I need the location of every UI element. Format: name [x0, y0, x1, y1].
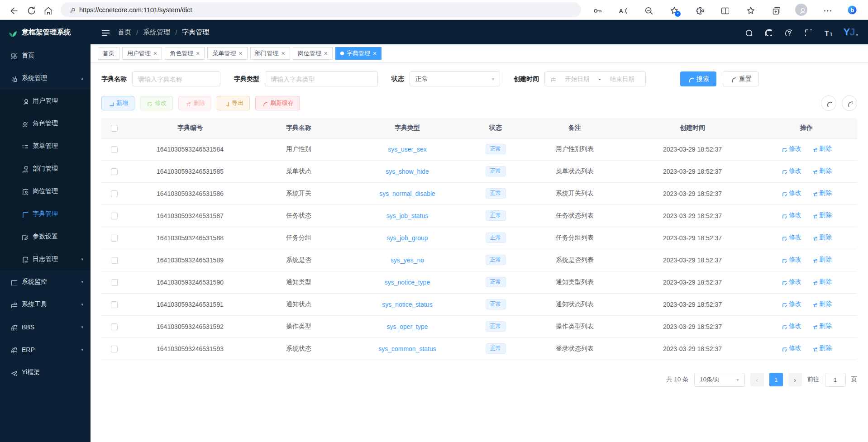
- tab-user-mgmt[interactable]: 用户管理 ×: [122, 47, 162, 60]
- row-checkbox[interactable]: [111, 190, 118, 197]
- sidebar-item-dict-mgmt[interactable]: 字典管理: [0, 203, 91, 225]
- row-delete-link[interactable]: 删除: [811, 189, 832, 197]
- row-edit-link[interactable]: 修改: [781, 278, 801, 286]
- split-screen-button[interactable]: [717, 2, 732, 18]
- add-favorite-button[interactable]: +: [666, 2, 681, 18]
- favorites-bar-button[interactable]: [742, 2, 758, 18]
- export-button[interactable]: 导出: [217, 96, 250, 110]
- row-edit-link[interactable]: 修改: [781, 300, 801, 308]
- tab-role-mgmt[interactable]: 角色管理 ×: [165, 47, 205, 60]
- edit-button[interactable]: 修改: [140, 96, 173, 110]
- breadcrumb-system-mgmt[interactable]: 系统管理: [143, 28, 170, 37]
- dict-type-link[interactable]: sys_notice_status: [382, 301, 432, 308]
- row-checkbox[interactable]: [111, 168, 118, 175]
- profile-button[interactable]: [793, 2, 809, 18]
- sidebar-item-user-mgmt[interactable]: 用户管理: [0, 90, 91, 112]
- sidebar-item-bbs[interactable]: BBS ▾: [0, 316, 91, 338]
- browser-home-button[interactable]: [39, 2, 56, 18]
- row-edit-link[interactable]: 修改: [781, 256, 801, 264]
- reset-button[interactable]: 重置: [723, 71, 759, 86]
- row-edit-link[interactable]: 修改: [781, 189, 801, 197]
- sidebar-item-dept-mgmt[interactable]: 部门管理: [0, 157, 91, 180]
- extensions-button[interactable]: [692, 2, 707, 18]
- tab-home[interactable]: 首页: [98, 47, 119, 60]
- browser-back-button[interactable]: [5, 2, 22, 18]
- sidebar-item-role-mgmt[interactable]: 角色管理: [0, 112, 91, 135]
- sidebar-toggle-button[interactable]: [100, 28, 110, 37]
- row-checkbox[interactable]: [111, 346, 118, 352]
- sidebar-item-system-mgmt[interactable]: 系统管理 ▴: [0, 67, 91, 90]
- user-menu[interactable]: YJ ▾: [844, 27, 858, 37]
- tab-close-icon[interactable]: ×: [281, 50, 285, 57]
- refresh-table-button[interactable]: [842, 95, 857, 111]
- delete-button[interactable]: 删除: [178, 96, 211, 110]
- row-delete-link[interactable]: 删除: [811, 145, 832, 153]
- dict-type-link[interactable]: sys_job_status: [386, 212, 429, 219]
- sidebar-item-yi-framework[interactable]: Yi框架: [0, 361, 91, 384]
- prev-page-button[interactable]: ‹: [750, 373, 764, 386]
- tab-dept-mgmt[interactable]: 部门管理 ×: [250, 47, 290, 60]
- tab-post-mgmt[interactable]: 岗位管理 ×: [293, 47, 333, 60]
- status-select[interactable]: 正常 ▾: [410, 71, 500, 86]
- breadcrumb-home[interactable]: 首页: [118, 28, 131, 37]
- github-button[interactable]: [764, 28, 772, 36]
- row-edit-link[interactable]: 修改: [781, 233, 801, 242]
- row-edit-link[interactable]: 修改: [781, 145, 801, 153]
- dict-type-link[interactable]: sys_user_sex: [388, 146, 427, 153]
- row-checkbox[interactable]: [111, 146, 118, 153]
- read-aloud-button[interactable]: [615, 2, 630, 18]
- row-delete-link[interactable]: 删除: [811, 167, 832, 175]
- row-delete-link[interactable]: 删除: [811, 211, 832, 219]
- tab-close-icon[interactable]: ×: [196, 50, 200, 57]
- sidebar-item-system-tools[interactable]: 系统工具 ▾: [0, 293, 91, 316]
- dict-type-input[interactable]: [265, 71, 378, 86]
- select-all-checkbox[interactable]: [111, 125, 118, 132]
- sidebar-item-erp[interactable]: ERP ▾: [0, 338, 91, 361]
- tab-close-icon[interactable]: ×: [324, 50, 328, 57]
- dict-type-link[interactable]: sys_show_hide: [386, 168, 429, 175]
- add-button[interactable]: 新增: [101, 96, 134, 110]
- page-size-select[interactable]: 10条/页 ▾: [694, 373, 745, 387]
- header-search-button[interactable]: [744, 28, 752, 36]
- dict-type-link[interactable]: sys_job_group: [386, 234, 428, 242]
- sidebar-item-config[interactable]: 参数设置: [0, 225, 91, 248]
- sidebar-item-menu-mgmt[interactable]: 菜单管理: [0, 135, 91, 157]
- toggle-search-button[interactable]: [821, 95, 836, 111]
- row-delete-link[interactable]: 删除: [811, 344, 832, 352]
- collections-button[interactable]: [768, 2, 783, 18]
- row-delete-link[interactable]: 删除: [811, 278, 832, 286]
- dict-type-link[interactable]: sys_yes_no: [391, 257, 424, 264]
- search-button[interactable]: 搜索: [680, 71, 716, 86]
- tab-close-icon[interactable]: ×: [153, 50, 157, 57]
- tab-close-icon[interactable]: ×: [238, 50, 242, 57]
- font-size-button[interactable]: [824, 28, 832, 36]
- bing-copilot-button[interactable]: [844, 2, 860, 18]
- row-edit-link[interactable]: 修改: [781, 167, 801, 175]
- row-checkbox[interactable]: [111, 279, 118, 286]
- date-range-picker[interactable]: 开始日期 - 结束日期: [544, 71, 646, 86]
- sidebar-item-post-mgmt[interactable]: 岗位管理: [0, 180, 91, 203]
- browser-refresh-button[interactable]: [22, 2, 39, 18]
- next-page-button[interactable]: ›: [788, 373, 802, 386]
- refresh-cache-button[interactable]: 刷新缓存: [255, 96, 300, 110]
- dict-type-link[interactable]: sys_oper_type: [386, 323, 428, 330]
- fullscreen-button[interactable]: [804, 28, 812, 36]
- row-checkbox[interactable]: [111, 257, 118, 264]
- dict-type-link[interactable]: sys_common_status: [378, 345, 436, 352]
- address-bar[interactable]: https://ccnetcore.com:1101/system/dict: [61, 2, 581, 17]
- row-delete-link[interactable]: 删除: [811, 322, 832, 330]
- row-checkbox[interactable]: [111, 235, 118, 242]
- row-edit-link[interactable]: 修改: [781, 211, 801, 219]
- row-delete-link[interactable]: 删除: [811, 300, 832, 308]
- help-button[interactable]: [784, 28, 792, 36]
- dict-type-link[interactable]: sys_normal_disable: [379, 190, 435, 197]
- tab-menu-mgmt[interactable]: 菜单管理 ×: [207, 47, 247, 60]
- row-checkbox[interactable]: [111, 323, 118, 330]
- dict-name-input[interactable]: [132, 71, 220, 86]
- zoom-out-button[interactable]: [640, 2, 656, 18]
- app-logo[interactable]: 意框架管理系统: [0, 20, 91, 44]
- row-delete-link[interactable]: 删除: [811, 256, 832, 264]
- sidebar-item-home[interactable]: 首页: [0, 44, 91, 67]
- row-delete-link[interactable]: 删除: [811, 233, 832, 242]
- dict-type-link[interactable]: sys_notice_type: [385, 279, 430, 286]
